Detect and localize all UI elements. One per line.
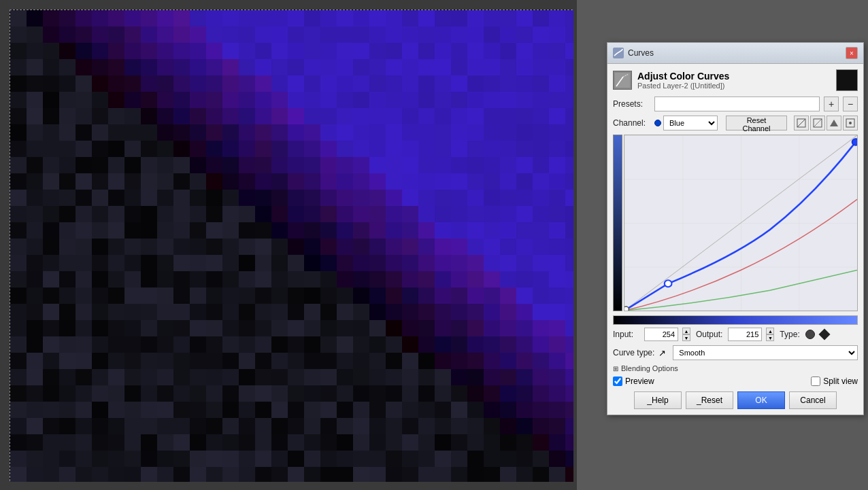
split-view-label: Split view [823, 377, 858, 386]
output-label: Output: [696, 330, 722, 339]
channel-row: Channel: Blue Value Red Green Alpha Rese… [613, 116, 858, 130]
help-button[interactable]: _Help [634, 391, 682, 409]
channel-color-indicator [654, 120, 661, 126]
reset-button[interactable]: _Reset [686, 391, 733, 409]
curves-dialog-icon [613, 48, 624, 58]
output-down-btn[interactable]: ▼ [766, 334, 774, 341]
split-view-checkbox[interactable] [811, 377, 820, 386]
reset-channel-button[interactable]: Reset Channel [726, 116, 787, 130]
action-buttons: _Help _Reset OK Cancel [613, 391, 858, 409]
smooth-icon: ↗ [658, 348, 666, 358]
dialog-body: Adjust Color Curves Pasted Layer-2 ([Unt… [607, 64, 863, 415]
split-view-checkbox-item: Split view [811, 377, 858, 386]
svg-marker-8 [830, 120, 838, 126]
input-down-btn[interactable]: ▼ [682, 334, 690, 341]
expand-icon: ⊞ [613, 365, 618, 372]
svg-point-17 [852, 139, 857, 145]
curve-tool-btn-1[interactable] [794, 116, 809, 130]
header-info: Adjust Color Curves Pasted Layer-2 ([Unt… [637, 71, 831, 90]
svg-line-7 [814, 119, 822, 127]
io-row: Input: ▲ ▼ Output: ▲ ▼ Type: [613, 328, 858, 341]
svg-line-5 [797, 119, 805, 127]
preview-row: Preview Split view [613, 377, 858, 386]
curves-dialog: Curves × Adjust Color Curves Pasted Laye… [607, 42, 864, 415]
blending-options-expand-button[interactable]: ⊞ Blending Options [613, 364, 678, 372]
type-label: Type: [780, 330, 799, 339]
adjust-icon [613, 71, 632, 90]
remove-preset-button[interactable]: − [843, 97, 858, 111]
curve-type-select[interactable]: Smooth Linear [673, 345, 858, 360]
channel-select[interactable]: Blue Value Red Green Alpha [663, 116, 718, 130]
header-subtitle: Pasted Layer-2 ([Untitled]) [637, 82, 831, 90]
dialog-title-left: Curves [613, 48, 654, 58]
preview-label: Preview [625, 377, 654, 386]
curve-tool-btn-4[interactable] [843, 116, 858, 130]
histogram-bar [613, 135, 622, 311]
preview-checkbox-item: Preview [613, 377, 654, 386]
svg-point-18 [624, 307, 629, 311]
curve-tool-btn-2[interactable] [810, 116, 825, 130]
blending-options-row: ⊞ Blending Options [613, 364, 858, 372]
input-up-btn[interactable]: ▲ [682, 328, 690, 334]
presets-row: Presets: + − [613, 97, 858, 111]
curves-svg [624, 135, 857, 311]
output-value[interactable] [728, 328, 762, 341]
output-up-btn[interactable]: ▲ [766, 328, 774, 334]
cancel-button[interactable]: Cancel [789, 391, 837, 409]
dialog-close-button[interactable]: × [846, 47, 858, 59]
layer-preview [836, 69, 858, 91]
dialog-title-text: Curves [628, 48, 654, 58]
dialog-header: Adjust Color Curves Pasted Layer-2 ([Unt… [613, 69, 858, 91]
canvas-area [0, 0, 577, 490]
input-label: Input: [613, 330, 639, 339]
input-value[interactable] [644, 328, 678, 341]
main-canvas [10, 10, 573, 482]
curve-tool-icons [794, 116, 858, 130]
presets-input[interactable] [654, 97, 820, 111]
canvas-image [10, 10, 573, 481]
svg-point-10 [849, 122, 852, 124]
dialog-titlebar: Curves × [607, 43, 863, 64]
preview-checkbox[interactable] [613, 377, 622, 386]
curves-graph[interactable] [624, 135, 858, 311]
blending-label: Blending Options [621, 364, 678, 372]
curve-type-label: Curve type: [613, 348, 654, 357]
svg-rect-6 [814, 119, 822, 127]
channel-label: Channel: [613, 118, 650, 128]
type-circle-dot[interactable] [805, 330, 815, 339]
add-preset-button[interactable]: + [824, 97, 839, 111]
type-diamond-dot[interactable] [818, 329, 830, 340]
presets-label: Presets: [613, 99, 650, 109]
header-title: Adjust Color Curves [637, 71, 831, 82]
curve-tool-btn-3[interactable] [827, 116, 841, 130]
svg-point-16 [665, 280, 672, 287]
ok-button[interactable]: OK [737, 391, 785, 409]
curves-graph-container [613, 135, 858, 311]
curves-gradient-bar [613, 315, 858, 325]
curve-type-row: Curve type: ↗ Smooth Linear [613, 345, 858, 360]
